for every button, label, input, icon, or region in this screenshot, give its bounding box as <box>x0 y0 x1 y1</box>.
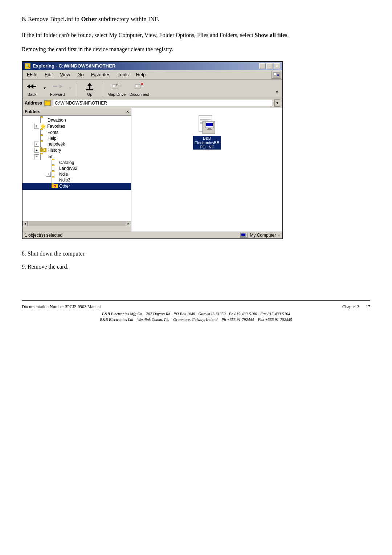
folder-icon-inf <box>40 154 46 159</box>
minimize-button[interactable]: _ <box>259 63 266 69</box>
tree-label-help: Help <box>48 136 57 141</box>
tree-label-history: History <box>48 148 61 153</box>
explorer-window: 🔍 Exploring - C:\WINDOWS\INF\OTHER _ □ ×… <box>22 61 283 239</box>
title-bar-left: 🔍 Exploring - C:\WINDOWS\INF\OTHER <box>25 63 115 69</box>
menu-file[interactable]: FFile <box>24 71 40 78</box>
menu-edit[interactable]: Edit <box>42 71 56 78</box>
menu-view[interactable]: View <box>57 71 73 78</box>
up-icon <box>84 81 95 91</box>
folders-title: Folders <box>25 109 40 114</box>
tree-item-other[interactable]: ! Other <box>23 183 131 190</box>
info-text-prefix: If the inf folder can't be found, select… <box>22 32 255 38</box>
svg-marker-11 <box>87 83 92 89</box>
disconnect-label: Disconnect <box>129 92 149 97</box>
folder-icon-ndis3 <box>52 177 58 183</box>
menu-bar: FFile Edit View Go Favorites Tools Help <box>23 70 282 80</box>
back-button[interactable]: Back <box>25 81 39 97</box>
forward-button[interactable]: Forward <box>50 81 65 97</box>
expander-inf[interactable]: − <box>34 154 39 159</box>
close-button[interactable]: × <box>274 63 280 69</box>
title-bar: 🔍 Exploring - C:\WINDOWS\INF\OTHER _ □ × <box>23 62 282 70</box>
menu-icon-right <box>271 71 281 79</box>
toolbar-separator-1 <box>77 83 77 97</box>
footer-line2: B&B Electronics Ltd – Westlink Comm. Pk.… <box>100 317 292 322</box>
title-bar-buttons: _ □ × <box>259 63 280 69</box>
title-text: Exploring - C:\WINDOWS\INF\OTHER <box>33 63 115 69</box>
status-bar: 1 object(s) selected My Computer // <box>23 232 282 238</box>
expander-helpdesk[interactable]: + <box>34 142 39 147</box>
tree-label-inf: Inf <box>48 154 52 159</box>
step-8-heading: 8. Remove Bbpci.inf in Other subdirector… <box>22 15 370 24</box>
folder-icon-other: ! <box>52 183 58 189</box>
tree-item-help[interactable]: Help <box>23 135 131 141</box>
tree-item-fonts[interactable]: Fonts <box>23 130 131 135</box>
more-label: » <box>276 90 278 95</box>
expander-favorites[interactable]: + <box>34 124 39 129</box>
back-dropdown[interactable] <box>43 86 46 91</box>
expander-ndis[interactable]: + <box>46 172 51 177</box>
svg-rect-14 <box>113 85 115 87</box>
folder-icon-helpdesk <box>40 142 46 147</box>
forward-dropdown[interactable] <box>68 86 72 91</box>
info-bold: Show all files <box>255 32 287 38</box>
explorer-body: Folders × Drwatson <box>23 108 282 232</box>
tree-label-ndis3: Ndis3 <box>59 177 70 183</box>
address-label: Address <box>25 101 42 106</box>
tree-item-ndis3[interactable]: Ndis3 <box>23 177 131 183</box>
address-input[interactable] <box>53 100 272 106</box>
tree-item-catalog[interactable]: Catalog <box>23 160 131 166</box>
tree-item-helpdesk[interactable]: + helpdesk <box>23 141 131 147</box>
tree-label-other: Other <box>59 184 70 189</box>
address-bar: Address ▼ <box>23 98 282 108</box>
svg-rect-49 <box>242 236 244 237</box>
svg-rect-37 <box>200 118 211 118</box>
svg-rect-28 <box>40 147 42 148</box>
scroll-right-button[interactable]: ► <box>126 221 131 226</box>
tree-label-favorites: Favorites <box>47 124 65 129</box>
steps-below: 8. Shut down the computer. 9. Remove the… <box>22 249 370 271</box>
folders-close-button[interactable]: × <box>126 109 129 114</box>
menu-favorites[interactable]: Favorites <box>88 71 113 78</box>
menu-help[interactable]: Help <box>133 71 148 78</box>
disconnect-button[interactable]: × Disconnect <box>129 81 149 97</box>
disconnect-icon: × <box>134 81 145 91</box>
svg-marker-9 <box>60 85 62 88</box>
back-label: Back <box>28 92 36 97</box>
svg-rect-50 <box>242 237 245 237</box>
tree-item-inf[interactable]: − Inf <box>23 154 131 160</box>
step-8-text-suffix: subdirectory within INF. <box>97 16 159 23</box>
footer-line2-container: B&B Electronics Ltd – Westlink Comm. Pk.… <box>22 317 370 323</box>
folders-header: Folders × <box>23 108 131 116</box>
folder-icon-drwatson <box>40 118 46 123</box>
tree-item-ndis[interactable]: + Ndis <box>23 171 131 177</box>
scrollbar-track <box>28 221 126 226</box>
tree-item-favorites[interactable]: + ⭐ Favorites <box>23 123 131 130</box>
tree-item-history[interactable]: + History <box>23 147 131 154</box>
menu-go[interactable]: Go <box>74 71 86 78</box>
more-button[interactable]: » <box>274 88 280 97</box>
maximize-button[interactable]: □ <box>266 63 273 69</box>
tree-item-landrv32[interactable]: Landrv32 <box>23 166 131 171</box>
scroll-left-button[interactable]: ◄ <box>23 221 28 226</box>
explorer-icon: 🔍 <box>25 63 30 69</box>
tree-label-catalog: Catalog <box>59 160 74 165</box>
svg-marker-7 <box>44 87 46 89</box>
address-folder-icon <box>44 100 51 106</box>
tree-item-drwatson[interactable]: Drwatson <box>23 117 131 123</box>
menu-tools[interactable]: Tools <box>115 71 131 78</box>
svg-marker-3 <box>30 84 36 89</box>
up-button[interactable]: Up <box>82 81 97 97</box>
map-drive-button[interactable]: Map Drive <box>107 81 126 97</box>
tree-label-fonts: Fonts <box>48 130 58 135</box>
file-icon-area[interactable]: B&B ElectronicsBB PCI.INF <box>193 115 221 150</box>
footer: Documentation Number 3PCI2-0903 Manual C… <box>22 303 370 323</box>
expander-history[interactable]: + <box>34 148 39 153</box>
tree-label-drwatson: Drwatson <box>48 118 66 123</box>
forward-label: Forward <box>50 92 65 97</box>
address-dropdown-button[interactable]: ▼ <box>274 99 280 107</box>
horizontal-scrollbar[interactable]: ◄ ► <box>23 221 131 226</box>
svg-rect-46 <box>207 129 212 130</box>
step-8-bold: Other <box>81 16 97 23</box>
resize-grip: // <box>278 233 280 237</box>
files-pane: B&B ElectronicsBB PCI.INF <box>131 108 282 232</box>
